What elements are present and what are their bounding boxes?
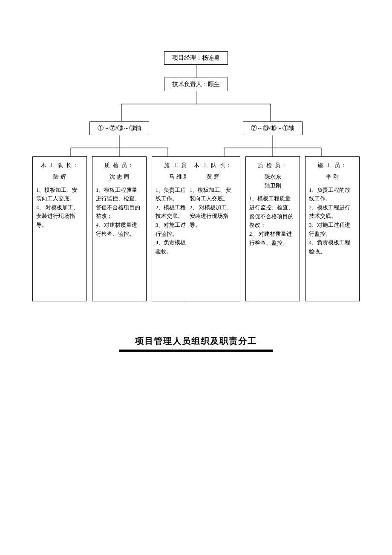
left-member-2-box: 质 检 员： 沈 志 周 1、模板工程质量进行监控、检查、督促不合格项目的整改；…	[92, 156, 147, 301]
left-m1-name: 陆 辉	[36, 173, 83, 182]
connector-v1	[196, 65, 196, 78]
left-group-box: ①～⑦/⑩～⑬轴	[89, 121, 149, 135]
bottom-section: 项目管理人员组织及职责分工	[17, 335, 375, 352]
h-split-row	[47, 104, 345, 104]
right-group-box: ⑦～⑬/⑩～①轴	[243, 121, 303, 135]
left-m2-name: 沈 志 周	[96, 173, 143, 182]
right-m3-name: 李 刚	[309, 173, 356, 182]
left-member-2: 质 检 员： 沈 志 周 1、模板工程质量进行监控、检查、督促不合格项目的整改；…	[92, 156, 147, 301]
footer-title: 项目管理人员组织及职责分工	[17, 335, 375, 347]
right-member-1: 木 工 队 长： 黄 辉 1、模板加工、安装向工人交底。2、 对模板加工、安装进…	[186, 156, 240, 301]
right-m2-duties: 1、模板工程质量进行监控、检查、督促不合格项目的整改；2、 对建材质量进行检查、…	[249, 194, 296, 247]
right-m1-duties: 1、模板加工、安装向工人交底。2、 对模板加工、安装进行现场指导。	[190, 186, 236, 230]
left-group-connector-svg	[47, 135, 192, 156]
right-m2-title: 质 检 员：	[249, 161, 296, 170]
right-m1-title: 木 工 队 长：	[190, 161, 236, 170]
right-member-1-box: 木 工 队 长： 黄 辉 1、模板加工、安装向工人交底。2、 对模板加工、安装进…	[186, 156, 240, 301]
left-m2-duties: 1、模板工程质量进行监控、检查、督促不合格项目的整改；4、对建材质量进行检查、监…	[96, 186, 143, 239]
left-branch-upper	[47, 104, 196, 104]
tech-lead-box: 技术负责人：顾生	[164, 78, 228, 91]
footer-underline	[119, 350, 273, 352]
project-manager-box: 项目经理：杨连勇	[164, 51, 228, 65]
right-m2-name: 陈永东陆卫刚	[249, 173, 296, 191]
left-m1-duties: 1、模板加工、安装向工人交底。4、 对模板加工、安装进行现场指导。	[36, 186, 83, 230]
right-m3-title: 施 工 员：	[309, 161, 356, 170]
left-sub-boxes: 木 工 队 长： 陆 辉 1、模板加工、安装向工人交底。4、 对模板加工、安装进…	[32, 156, 206, 301]
connector-v2	[196, 91, 196, 104]
groups-row: ①～⑦/⑩～⑬轴	[47, 121, 345, 301]
right-point	[271, 104, 271, 104]
level2-container: 技术负责人：顾生	[164, 78, 228, 104]
left-member-1-box: 木 工 队 长： 陆 辉 1、模板加工、安装向工人交底。4、 对模板加工、安装进…	[32, 156, 87, 301]
right-group-connector-svg	[200, 135, 345, 156]
level1-container: 项目经理：杨连勇	[164, 51, 228, 78]
right-m1-name: 黄 辉	[190, 173, 236, 182]
split-container: ①～⑦/⑩～⑬轴	[47, 104, 345, 301]
left-m2-title: 质 检 员：	[96, 161, 143, 170]
left-m1-title: 木 工 队 长：	[36, 161, 83, 170]
right-group: ⑦～⑬/⑩～①轴 木 工 队 长：	[200, 121, 345, 301]
right-member-3-box: 施 工 员： 李 刚 1、负责工程的放线工作。2、模板工程进行技术交底。3、对施…	[305, 156, 360, 301]
left-group: ①～⑦/⑩～⑬轴	[47, 121, 192, 301]
right-branch-upper	[196, 104, 345, 104]
right-sub-boxes: 木 工 队 长： 黄 辉 1、模板加工、安装向工人交底。2、 对模板加工、安装进…	[186, 156, 360, 301]
right-m3-duties: 1、负责工程的放线工作。2、模板工程进行技术交底。3、对施工过程进行监控。4、负…	[309, 186, 356, 256]
left-point	[121, 104, 122, 104]
right-member-3: 施 工 员： 李 刚 1、负责工程的放线工作。2、模板工程进行技术交底。3、对施…	[305, 156, 360, 301]
org-chart: 项目经理：杨连勇 技术负责人：顾生	[17, 51, 375, 301]
right-member-2: 质 检 员： 陈永东陆卫刚 1、模板工程质量进行监控、检查、督促不合格项目的整改…	[245, 156, 300, 301]
page: 项目经理：杨连勇 技术负责人：顾生	[9, 9, 383, 369]
left-member-1: 木 工 队 长： 陆 辉 1、模板加工、安装向工人交底。4、 对模板加工、安装进…	[32, 156, 87, 301]
right-member-2-box: 质 检 员： 陈永东陆卫刚 1、模板工程质量进行监控、检查、督促不合格项目的整改…	[245, 156, 300, 301]
